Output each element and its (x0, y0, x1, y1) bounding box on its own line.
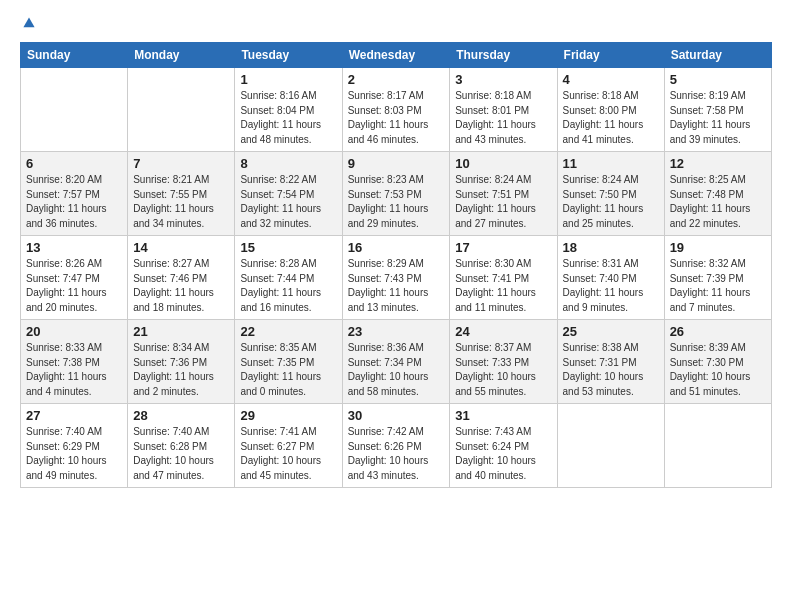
weekday-header-monday: Monday (128, 43, 235, 68)
day-info: Sunrise: 8:25 AMSunset: 7:48 PMDaylight:… (670, 173, 766, 231)
day-info: Sunrise: 8:23 AMSunset: 7:53 PMDaylight:… (348, 173, 445, 231)
calendar-cell: 25Sunrise: 8:38 AMSunset: 7:31 PMDayligh… (557, 320, 664, 404)
day-number: 6 (26, 156, 122, 171)
day-number: 15 (240, 240, 336, 255)
day-number: 3 (455, 72, 551, 87)
day-number: 12 (670, 156, 766, 171)
day-number: 4 (563, 72, 659, 87)
day-number: 1 (240, 72, 336, 87)
day-info: Sunrise: 8:34 AMSunset: 7:36 PMDaylight:… (133, 341, 229, 399)
calendar-cell: 22Sunrise: 8:35 AMSunset: 7:35 PMDayligh… (235, 320, 342, 404)
weekday-header-thursday: Thursday (450, 43, 557, 68)
calendar-cell: 19Sunrise: 8:32 AMSunset: 7:39 PMDayligh… (664, 236, 771, 320)
day-number: 20 (26, 324, 122, 339)
day-number: 14 (133, 240, 229, 255)
calendar-cell: 1Sunrise: 8:16 AMSunset: 8:04 PMDaylight… (235, 68, 342, 152)
day-info: Sunrise: 7:42 AMSunset: 6:26 PMDaylight:… (348, 425, 445, 483)
calendar-cell: 7Sunrise: 8:21 AMSunset: 7:55 PMDaylight… (128, 152, 235, 236)
day-info: Sunrise: 8:26 AMSunset: 7:47 PMDaylight:… (26, 257, 122, 315)
day-number: 21 (133, 324, 229, 339)
day-info: Sunrise: 8:18 AMSunset: 8:01 PMDaylight:… (455, 89, 551, 147)
day-info: Sunrise: 7:40 AMSunset: 6:29 PMDaylight:… (26, 425, 122, 483)
day-info: Sunrise: 8:37 AMSunset: 7:33 PMDaylight:… (455, 341, 551, 399)
svg-marker-0 (23, 17, 34, 27)
day-info: Sunrise: 8:33 AMSunset: 7:38 PMDaylight:… (26, 341, 122, 399)
calendar-cell: 13Sunrise: 8:26 AMSunset: 7:47 PMDayligh… (21, 236, 128, 320)
calendar-cell: 28Sunrise: 7:40 AMSunset: 6:28 PMDayligh… (128, 404, 235, 488)
day-info: Sunrise: 7:41 AMSunset: 6:27 PMDaylight:… (240, 425, 336, 483)
day-number: 22 (240, 324, 336, 339)
calendar-cell: 27Sunrise: 7:40 AMSunset: 6:29 PMDayligh… (21, 404, 128, 488)
day-number: 24 (455, 324, 551, 339)
day-number: 16 (348, 240, 445, 255)
day-number: 2 (348, 72, 445, 87)
day-number: 11 (563, 156, 659, 171)
day-number: 9 (348, 156, 445, 171)
weekday-header-friday: Friday (557, 43, 664, 68)
calendar-week-row: 20Sunrise: 8:33 AMSunset: 7:38 PMDayligh… (21, 320, 772, 404)
day-number: 28 (133, 408, 229, 423)
day-number: 23 (348, 324, 445, 339)
day-info: Sunrise: 8:20 AMSunset: 7:57 PMDaylight:… (26, 173, 122, 231)
day-info: Sunrise: 8:29 AMSunset: 7:43 PMDaylight:… (348, 257, 445, 315)
day-info: Sunrise: 8:38 AMSunset: 7:31 PMDaylight:… (563, 341, 659, 399)
day-info: Sunrise: 8:27 AMSunset: 7:46 PMDaylight:… (133, 257, 229, 315)
calendar-cell: 9Sunrise: 8:23 AMSunset: 7:53 PMDaylight… (342, 152, 450, 236)
page: SundayMondayTuesdayWednesdayThursdayFrid… (0, 0, 792, 612)
day-info: Sunrise: 8:35 AMSunset: 7:35 PMDaylight:… (240, 341, 336, 399)
day-info: Sunrise: 8:31 AMSunset: 7:40 PMDaylight:… (563, 257, 659, 315)
calendar-cell: 31Sunrise: 7:43 AMSunset: 6:24 PMDayligh… (450, 404, 557, 488)
day-info: Sunrise: 8:24 AMSunset: 7:51 PMDaylight:… (455, 173, 551, 231)
day-number: 8 (240, 156, 336, 171)
day-number: 25 (563, 324, 659, 339)
day-info: Sunrise: 8:32 AMSunset: 7:39 PMDaylight:… (670, 257, 766, 315)
day-info: Sunrise: 8:28 AMSunset: 7:44 PMDaylight:… (240, 257, 336, 315)
day-info: Sunrise: 8:17 AMSunset: 8:03 PMDaylight:… (348, 89, 445, 147)
logo (20, 16, 38, 30)
day-number: 31 (455, 408, 551, 423)
day-number: 17 (455, 240, 551, 255)
day-number: 27 (26, 408, 122, 423)
day-info: Sunrise: 8:18 AMSunset: 8:00 PMDaylight:… (563, 89, 659, 147)
day-info: Sunrise: 8:30 AMSunset: 7:41 PMDaylight:… (455, 257, 551, 315)
calendar-cell (21, 68, 128, 152)
header (20, 16, 772, 30)
day-info: Sunrise: 8:16 AMSunset: 8:04 PMDaylight:… (240, 89, 336, 147)
day-info: Sunrise: 8:39 AMSunset: 7:30 PMDaylight:… (670, 341, 766, 399)
day-info: Sunrise: 8:21 AMSunset: 7:55 PMDaylight:… (133, 173, 229, 231)
weekday-header-wednesday: Wednesday (342, 43, 450, 68)
day-number: 5 (670, 72, 766, 87)
calendar-cell: 24Sunrise: 8:37 AMSunset: 7:33 PMDayligh… (450, 320, 557, 404)
calendar-table: SundayMondayTuesdayWednesdayThursdayFrid… (20, 42, 772, 488)
calendar-cell: 20Sunrise: 8:33 AMSunset: 7:38 PMDayligh… (21, 320, 128, 404)
calendar-cell: 4Sunrise: 8:18 AMSunset: 8:00 PMDaylight… (557, 68, 664, 152)
calendar-cell: 29Sunrise: 7:41 AMSunset: 6:27 PMDayligh… (235, 404, 342, 488)
calendar-cell: 23Sunrise: 8:36 AMSunset: 7:34 PMDayligh… (342, 320, 450, 404)
calendar-week-row: 6Sunrise: 8:20 AMSunset: 7:57 PMDaylight… (21, 152, 772, 236)
day-info: Sunrise: 8:22 AMSunset: 7:54 PMDaylight:… (240, 173, 336, 231)
calendar-week-row: 1Sunrise: 8:16 AMSunset: 8:04 PMDaylight… (21, 68, 772, 152)
day-number: 10 (455, 156, 551, 171)
weekday-header-row: SundayMondayTuesdayWednesdayThursdayFrid… (21, 43, 772, 68)
calendar-week-row: 27Sunrise: 7:40 AMSunset: 6:29 PMDayligh… (21, 404, 772, 488)
day-number: 18 (563, 240, 659, 255)
day-number: 29 (240, 408, 336, 423)
calendar-cell: 14Sunrise: 8:27 AMSunset: 7:46 PMDayligh… (128, 236, 235, 320)
calendar-cell (128, 68, 235, 152)
calendar-cell: 15Sunrise: 8:28 AMSunset: 7:44 PMDayligh… (235, 236, 342, 320)
day-number: 19 (670, 240, 766, 255)
day-info: Sunrise: 8:36 AMSunset: 7:34 PMDaylight:… (348, 341, 445, 399)
calendar-cell: 12Sunrise: 8:25 AMSunset: 7:48 PMDayligh… (664, 152, 771, 236)
day-number: 26 (670, 324, 766, 339)
weekday-header-saturday: Saturday (664, 43, 771, 68)
weekday-header-tuesday: Tuesday (235, 43, 342, 68)
calendar-cell: 21Sunrise: 8:34 AMSunset: 7:36 PMDayligh… (128, 320, 235, 404)
calendar-cell (557, 404, 664, 488)
calendar-cell (664, 404, 771, 488)
day-info: Sunrise: 7:43 AMSunset: 6:24 PMDaylight:… (455, 425, 551, 483)
calendar-cell: 26Sunrise: 8:39 AMSunset: 7:30 PMDayligh… (664, 320, 771, 404)
calendar-cell: 2Sunrise: 8:17 AMSunset: 8:03 PMDaylight… (342, 68, 450, 152)
calendar-cell: 5Sunrise: 8:19 AMSunset: 7:58 PMDaylight… (664, 68, 771, 152)
calendar-cell: 8Sunrise: 8:22 AMSunset: 7:54 PMDaylight… (235, 152, 342, 236)
day-info: Sunrise: 8:24 AMSunset: 7:50 PMDaylight:… (563, 173, 659, 231)
